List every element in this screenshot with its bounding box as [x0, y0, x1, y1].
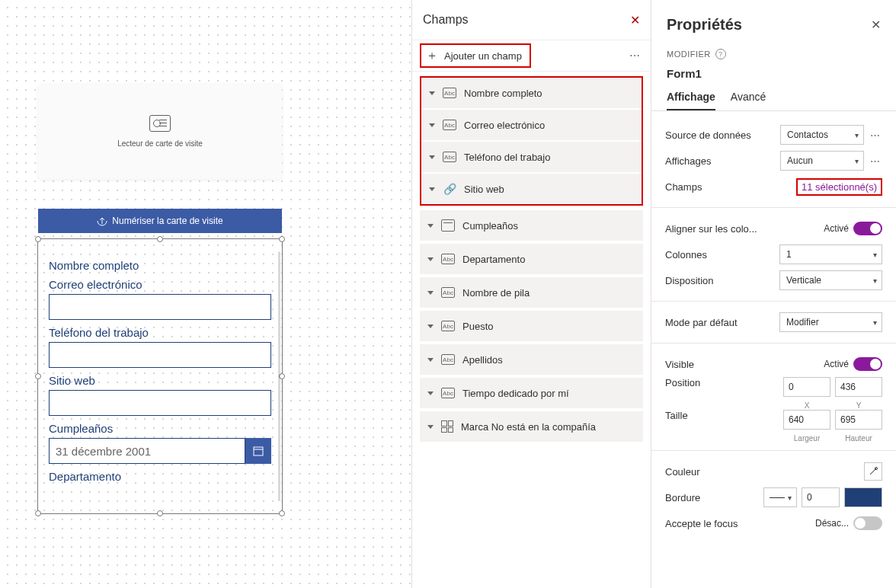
chevron-down-icon: ▾	[855, 131, 859, 139]
properties-tabs: Affichage Avancé	[651, 88, 896, 111]
field-row[interactable]: Cumpleaños	[420, 210, 643, 241]
card-reader[interactable]: Lecteur de carte de visite	[38, 84, 282, 179]
align-cols-toggle[interactable]	[853, 222, 882, 235]
text-type-icon: Abc	[443, 152, 456, 162]
fields-panel-title: Champs	[423, 13, 469, 27]
chevron-down-icon: ▾	[855, 157, 859, 165]
field-label: Cumpleaños	[462, 220, 518, 232]
sitioweb-input[interactable]	[49, 390, 271, 416]
add-field-button[interactable]: ＋ Ajouter un champ	[420, 43, 531, 68]
visible-label: Visible	[665, 359, 694, 370]
help-icon[interactable]: ?	[715, 49, 726, 59]
color-picker-button[interactable]	[864, 462, 882, 481]
highlighted-fields-group: Abc Nombre completo Abc Correo electróni…	[420, 76, 643, 206]
mode-value: Modifier	[786, 317, 819, 328]
field-row[interactable]: Marca No está en la compañía	[420, 411, 643, 442]
field-row[interactable]: Abc Departamento	[420, 244, 643, 274]
field-label: Apellidos	[462, 354, 503, 366]
form-field-label: Correo electrónico	[49, 278, 271, 291]
field-row[interactable]: Abc Puesto	[420, 311, 643, 341]
field-row[interactable]: Abc Tiempo dedicado por mí	[420, 378, 643, 408]
border-color-picker[interactable]	[844, 487, 882, 507]
focus-toggle[interactable]	[853, 516, 882, 530]
mode-select[interactable]: Modifier ▾	[779, 312, 882, 332]
border-width-input[interactable]: 0	[802, 487, 840, 507]
form1-control[interactable]: Nombre completo Correo electrónico Teléf…	[38, 239, 282, 513]
properties-title: Propriétés	[667, 16, 742, 34]
x-caption: X	[783, 401, 830, 410]
position-y-input[interactable]: 436	[835, 377, 882, 397]
layout-select[interactable]: Verticale ▾	[779, 270, 882, 290]
form-field-label: Cumpleaños	[49, 422, 271, 435]
cumpleanos-input[interactable]	[49, 438, 245, 464]
focus-label: Accepte le focus	[665, 518, 738, 529]
chevron-down-icon	[427, 291, 434, 295]
field-label: Sitio web	[464, 184, 504, 195]
field-label: Marca No está en la compañía	[461, 421, 596, 433]
width-input[interactable]: 640	[783, 410, 830, 430]
field-label: Tiempo dedicado por mí	[462, 388, 569, 399]
chevron-down-icon	[427, 324, 434, 328]
modifier-label: MODIFIER	[667, 50, 711, 59]
chevron-down-icon	[429, 155, 435, 159]
chevron-down-icon: ▾	[873, 276, 877, 285]
width-caption: Largeur	[783, 434, 830, 443]
position-label: Position	[665, 377, 700, 388]
border-label: Bordure	[665, 492, 700, 503]
mode-label: Mode par défaut	[665, 317, 738, 328]
field-label: Nombre completo	[464, 88, 542, 99]
correo-input[interactable]	[49, 294, 271, 320]
form-scrollbar[interactable]	[278, 251, 280, 501]
views-select[interactable]: Aucun ▾	[780, 151, 864, 171]
telefono-input[interactable]	[49, 342, 271, 368]
field-row[interactable]: Abc Correo electrónico	[421, 110, 642, 140]
field-row[interactable]: Abc Apellidos	[420, 344, 643, 375]
field-label: Puesto	[462, 321, 493, 332]
field-row[interactable]: Abc Teléfono del trabajo	[421, 142, 642, 172]
form-field-label: Sitio web	[49, 374, 271, 387]
add-field-label: Ajouter un champ	[444, 50, 522, 62]
field-label: Nombre de pila	[462, 287, 530, 299]
field-row[interactable]: 🔗 Sitio web	[421, 174, 642, 204]
date-type-icon	[441, 219, 455, 232]
chevron-down-icon	[427, 257, 434, 261]
close-icon[interactable]: ✕	[630, 13, 640, 27]
more-options-button[interactable]: ⋯	[869, 155, 882, 167]
border-style-select[interactable]: ▾	[763, 487, 797, 507]
height-input[interactable]: 695	[835, 410, 882, 430]
data-source-value: Contactos	[787, 129, 828, 140]
canvas[interactable]: Lecteur de carte de visite Numériser la …	[0, 0, 411, 588]
color-label: Couleur	[665, 466, 700, 478]
fields-label: Champs	[665, 181, 702, 193]
columns-select[interactable]: 1 ▾	[779, 244, 882, 264]
text-type-icon: Abc	[443, 120, 456, 130]
field-row[interactable]: Abc Nombre de pila	[420, 277, 643, 308]
visible-toggle[interactable]	[853, 357, 882, 371]
tab-advanced[interactable]: Avancé	[731, 88, 766, 110]
field-label: Departamento	[462, 254, 525, 265]
chevron-down-icon	[427, 224, 434, 228]
fields-selected-link[interactable]: 11 sélectionné(s)	[796, 178, 882, 196]
svg-rect-0	[254, 447, 263, 455]
more-options-button[interactable]: ⋯	[629, 50, 642, 62]
close-icon[interactable]: ✕	[871, 18, 881, 32]
chevron-down-icon	[427, 391, 434, 395]
data-source-select[interactable]: Contactos ▾	[780, 125, 864, 145]
height-caption: Hauteur	[835, 434, 882, 443]
tab-display[interactable]: Affichage	[667, 88, 715, 110]
more-options-button[interactable]: ⋯	[869, 129, 882, 141]
views-value: Aucun	[787, 155, 813, 166]
field-row[interactable]: Abc Nombre completo	[421, 78, 642, 108]
contact-card-icon	[149, 115, 171, 132]
position-x-input[interactable]: 0	[783, 377, 830, 397]
fields-panel: Champs ✕ ＋ Ajouter un champ ⋯ Abc Nombre…	[411, 0, 651, 588]
calendar-picker-button[interactable]	[245, 438, 271, 464]
chevron-down-icon: ▾	[873, 251, 877, 259]
text-type-icon: Abc	[443, 88, 456, 98]
scan-card-button[interactable]: Numériser la carte de visite	[38, 209, 282, 233]
text-type-icon: Abc	[441, 388, 455, 398]
chevron-down-icon	[429, 123, 435, 127]
chevron-down-icon	[429, 187, 435, 191]
align-cols-state: Activé	[824, 223, 849, 234]
form-field-label: Departamento	[49, 470, 271, 483]
